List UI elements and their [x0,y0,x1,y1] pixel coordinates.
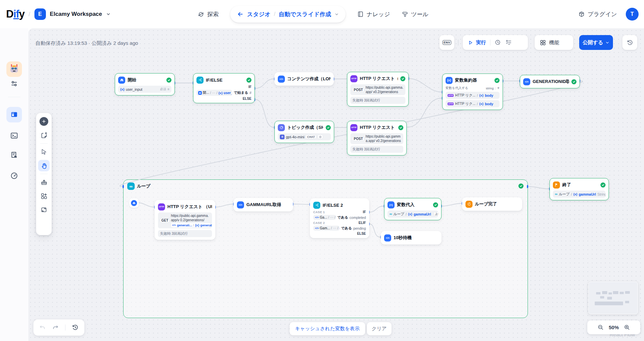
clear-button[interactable]: クリア [367,322,392,335]
node-title: 終了 [562,182,598,188]
node-if-else[interactable]: IF/ELSE IF 開... / ··· / {x} user_in... で… [193,73,255,103]
http-icon: HTTP [158,203,165,210]
code-icon: </> [237,201,244,208]
if-else-icon [196,77,204,84]
add-note-button[interactable] [38,130,50,141]
minimap-viewport [595,302,623,305]
code-glyph: </> [315,216,319,219]
cursor-icon [41,148,47,155]
change-history-icon[interactable] [72,324,79,331]
organize-blocks-button[interactable] [38,190,50,202]
http-mini-icon: HTTP [448,103,454,105]
required-label: 必須 [160,87,166,91]
node-start[interactable]: 開始 {x} user_input 必須 ≡ [115,73,175,95]
node-http-request-short[interactable]: HTTP HTTP リクエスト（SHORT_VER） POST https://… [347,121,407,155]
show-cached-variables-button[interactable]: キャッシュされた変数を表示 [290,322,365,335]
app-breadcrumb[interactable]: スタジオ / 自動でスライド作成 [230,6,346,23]
assigner-row: ∞ ループ / {x} gammaUrl 上書き [387,210,438,218]
env-variables-button[interactable]: ENV [439,35,454,50]
nav-explore[interactable]: 探索 [197,10,219,18]
hand-mode-button[interactable] [38,160,50,171]
features-button[interactable]: 機能 [535,35,573,50]
node-title: トピック作成（SHORT_VER） [287,124,323,131]
openai-model-icon [280,135,285,139]
chevron-down-icon[interactable] [334,12,339,17]
version-history-button[interactable] [622,35,637,50]
nav-tools[interactable]: ツール [402,10,429,18]
user-avatar[interactable]: T [626,8,639,21]
export-dsl-button[interactable] [38,176,50,188]
node-variable-assigner[interactable]: (=) 変数代入 ∞ ループ / {x} gammaUrl 上書き [384,198,441,220]
node-if-else-2[interactable]: IF/ELSE 2 CASE 1 IF </> Ga... / ··· / {x… [310,198,369,238]
case-row: CASE 1 IF [313,210,366,214]
run-history-icon[interactable] [494,39,501,46]
url-variable-pill: </> generati... / {x} generation... [171,223,210,227]
aggregator-label: 変数を代入する [446,86,468,90]
condition-row: </> Gam... / ··· / {x} s... である pending [313,226,366,231]
sidebar-item-monitoring[interactable] [10,172,18,180]
variable-icon: {x} [339,226,340,230]
app-icon-robot[interactable] [6,61,22,77]
success-check-icon [398,125,403,130]
minimap-node [613,291,618,294]
logo-text: y [19,8,24,20]
condition-value: completed [350,216,366,220]
node-gammaurl[interactable]: </> GAMMAURL取得 [234,198,293,211]
retry-row: 失敗時 3回再試行 [350,97,405,104]
retry-row: 失敗時 3回再試行 [158,230,212,237]
minimap-node [607,297,612,300]
source-node: HTTP リク... [455,102,475,106]
chevron-down-icon[interactable] [106,12,111,17]
condition-pill: 開... / ··· / {x} user_in... [196,90,232,96]
pointer-mode-button[interactable] [38,146,50,158]
node-wait-10s[interactable]: </> 10秒待機 [381,231,441,245]
sidebar-item-orchestrate[interactable] [6,107,22,122]
dify-logo[interactable]: Dify [6,8,25,20]
node-http-request-url[interactable]: HTTP HTTP リクエスト （URL取得） GET https://publ… [155,200,215,240]
zoom-level[interactable]: 50% [609,324,619,330]
node-title: IF/ELSE [206,78,244,83]
node-title: 10秒待機 [394,235,438,241]
node-loop-done[interactable]: ループ完了 [462,197,522,211]
nav-plugins[interactable]: プラグイン [578,10,617,18]
back-arrow-icon[interactable] [237,11,244,18]
undo-icon[interactable] [39,324,46,331]
nav-knowledge[interactable]: ナレッジ [357,10,390,18]
scope-name: ループ [559,192,570,197]
code-glyph: </> [172,224,176,227]
node-content-create-long[interactable]: </> コンテンツ作成（LONG_VER） [274,72,334,86]
code-glyph: </> [386,236,390,239]
sidebar-item-terminal[interactable] [10,132,18,140]
node-end[interactable]: 終了 ∞ ループ / (x) gammaUrl String [549,178,609,200]
breadcrumb-studio[interactable]: スタジオ [247,10,271,18]
zoom-out-icon[interactable] [597,324,604,331]
zoom-controls: 50% [587,320,640,334]
node-topic-create-short[interactable]: トピック作成（SHORT_VER） gpt-4o-mini CHAT [274,121,334,143]
node-variable-aggregator[interactable]: {x} 変数集約器 変数を代入する string | + HTTP HTTP リ… [442,74,503,110]
source-node: HTTP リク... [455,93,475,98]
node-generationid[interactable]: </> GENERATIONID取得 [520,75,580,88]
workspace-name[interactable]: Elcamy Workspace [50,11,102,18]
sidebar-item-logs[interactable] [10,151,18,159]
minimap-node [625,301,629,303]
zoom-in-icon[interactable] [624,324,630,331]
add-variable-button[interactable]: + [497,86,500,90]
node-http-request-long[interactable]: HTTP HTTP リクエスト（LONG_VER） POST https://p… [347,72,409,107]
checklist-icon[interactable] [505,39,512,46]
redo-icon[interactable] [52,324,59,331]
add-node-button[interactable] [38,116,50,127]
home-icon [118,77,125,84]
minimap[interactable] [588,282,638,314]
code-glyph: </> [279,78,284,81]
terminal-icon [10,132,18,140]
publish-button[interactable]: 公開する [579,35,613,50]
success-check-icon [433,202,438,207]
breadcrumb-app-name[interactable]: 自動でスライド作成 [279,10,331,18]
loop-infinity-icon: ∞ [127,182,135,190]
workspace-avatar[interactable]: E [34,8,46,20]
fit-view-button[interactable] [38,204,50,216]
sidebar-item-settings[interactable] [10,80,18,88]
run-button[interactable]: 実行 [468,39,486,46]
sep: ··· [333,226,336,230]
node-loop-start[interactable] [129,198,139,208]
